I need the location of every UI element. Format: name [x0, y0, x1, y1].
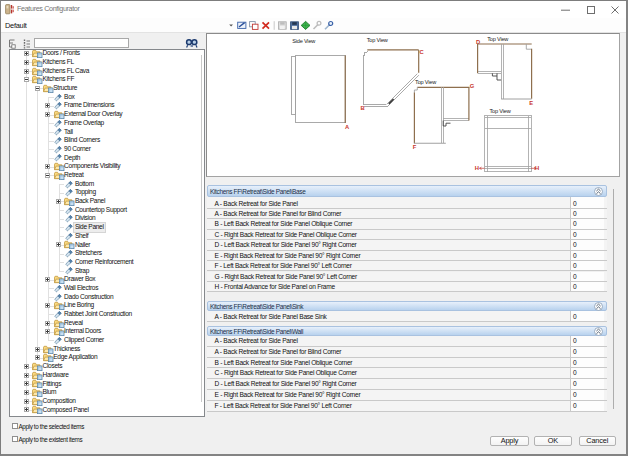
svg-text:E: E	[529, 99, 533, 105]
svg-text:B: B	[360, 104, 364, 110]
svg-text:A: A	[345, 124, 350, 130]
svg-text:Top View: Top View	[415, 79, 437, 85]
svg-text:Side View: Side View	[292, 38, 316, 44]
svg-text:F: F	[412, 143, 416, 149]
svg-text:Top View: Top View	[487, 36, 509, 42]
svg-text:H: H	[474, 165, 478, 171]
svg-text:Top View: Top View	[489, 108, 511, 114]
svg-text:Top View: Top View	[366, 36, 388, 42]
svg-text:G: G	[469, 82, 474, 88]
svg-text:C: C	[419, 48, 424, 54]
